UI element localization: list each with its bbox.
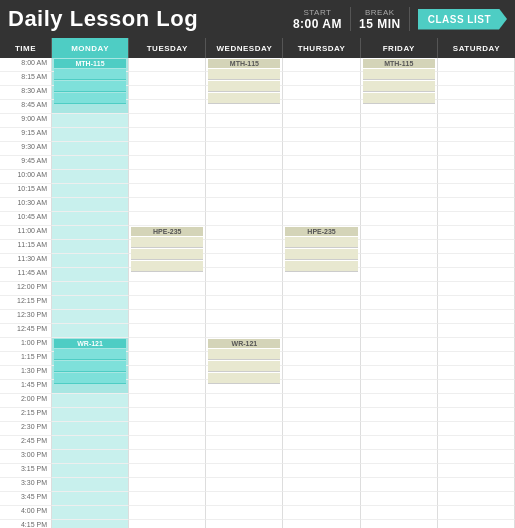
time-cell: 10:15 AM: [0, 184, 52, 198]
day-cell: WR-121: [206, 338, 283, 352]
day-cell: [283, 156, 360, 170]
day-cell: [129, 380, 206, 394]
day-cell: [361, 296, 438, 310]
class-line: [54, 93, 126, 104]
time-cell: 4:15 PM: [0, 520, 52, 528]
day-cell: [283, 478, 360, 492]
time-cell: 2:30 PM: [0, 422, 52, 436]
day-cell: [438, 72, 515, 86]
day-cell: [283, 492, 360, 506]
day-cell: [361, 464, 438, 478]
day-cell: [438, 492, 515, 506]
class-line: [208, 69, 280, 80]
class-line: [131, 237, 203, 248]
day-cell: [438, 296, 515, 310]
class-line: [131, 249, 203, 260]
time-cell: 10:45 AM: [0, 212, 52, 226]
class-block: MTH-115: [206, 58, 282, 113]
day-cell: [129, 478, 206, 492]
day-cell: [283, 422, 360, 436]
day-cell: [206, 128, 283, 142]
day-cell: [52, 114, 129, 128]
time-cell: 8:30 AM: [0, 86, 52, 100]
day-cell: [438, 436, 515, 450]
class-block: MTH-115: [361, 58, 437, 113]
day-cell: [438, 58, 515, 72]
day-cell: [129, 394, 206, 408]
day-cell: [52, 408, 129, 422]
class-line: [285, 261, 357, 272]
day-cell: [438, 380, 515, 394]
day-cell: [438, 198, 515, 212]
time-cell: 11:00 AM: [0, 226, 52, 240]
day-cell: [283, 436, 360, 450]
day-cell: [206, 212, 283, 226]
day-cell: [206, 240, 283, 254]
day-cell: [361, 408, 438, 422]
day-cell: [361, 324, 438, 338]
day-cell: [361, 450, 438, 464]
class-line: [131, 261, 203, 272]
day-cell: [52, 464, 129, 478]
day-cell: [283, 296, 360, 310]
day-cell: [361, 394, 438, 408]
day-cell: [206, 254, 283, 268]
day-cell: [52, 296, 129, 310]
day-cell: [129, 100, 206, 114]
time-cell: 3:30 PM: [0, 478, 52, 492]
time-cell: 2:45 PM: [0, 436, 52, 450]
time-cell: 8:45 AM: [0, 100, 52, 114]
col-thursday: THURSDAY: [283, 38, 360, 58]
day-cell: HPE-235: [283, 226, 360, 240]
class-label: WR-121: [54, 339, 126, 348]
class-line: [208, 93, 280, 104]
day-cell: [361, 366, 438, 380]
time-cell: 9:30 AM: [0, 142, 52, 156]
day-cell: [129, 492, 206, 506]
day-cell: [438, 324, 515, 338]
start-label: START: [303, 8, 331, 17]
class-block: WR-121: [206, 338, 282, 393]
schedule-grid: 8:00 AMMTH-115MTH-115MTH-1158:15 AM8:30 …: [0, 58, 515, 528]
class-line: [54, 349, 126, 360]
time-cell: 1:30 PM: [0, 366, 52, 380]
col-monday: MONDAY: [52, 38, 129, 58]
class-block: HPE-235: [283, 226, 359, 281]
class-line: [285, 249, 357, 260]
day-cell: [206, 478, 283, 492]
day-cell: [52, 212, 129, 226]
class-label: MTH-115: [208, 59, 280, 68]
class-list-button[interactable]: CLASS LIST: [418, 9, 507, 30]
start-info: START 8:00 AM: [293, 8, 342, 31]
day-cell: [438, 520, 515, 528]
day-cell: [361, 198, 438, 212]
day-cell: [206, 310, 283, 324]
day-cell: [438, 394, 515, 408]
time-cell: 12:00 PM: [0, 282, 52, 296]
day-cell: [361, 520, 438, 528]
day-cell: [361, 478, 438, 492]
day-cell: [438, 156, 515, 170]
header-right: START 8:00 AM BREAK 15 MIN CLASS LIST: [293, 7, 507, 31]
day-cell: [129, 156, 206, 170]
day-cell: [438, 86, 515, 100]
day-cell: [283, 142, 360, 156]
app-title: Daily Lesson Log: [8, 6, 293, 32]
time-cell: 11:15 AM: [0, 240, 52, 254]
day-cell: [283, 324, 360, 338]
day-cell: [52, 394, 129, 408]
class-line: [54, 361, 126, 372]
day-cell: [438, 366, 515, 380]
day-cell: [206, 226, 283, 240]
day-cell: [283, 100, 360, 114]
day-cell: [438, 422, 515, 436]
day-cell: [361, 268, 438, 282]
day-cell: [129, 520, 206, 528]
day-cell: [283, 408, 360, 422]
day-cell: [438, 254, 515, 268]
day-cell: [361, 352, 438, 366]
class-block: MTH-115: [52, 58, 128, 113]
day-cell: [361, 226, 438, 240]
day-cell: [52, 324, 129, 338]
day-cell: [283, 58, 360, 72]
